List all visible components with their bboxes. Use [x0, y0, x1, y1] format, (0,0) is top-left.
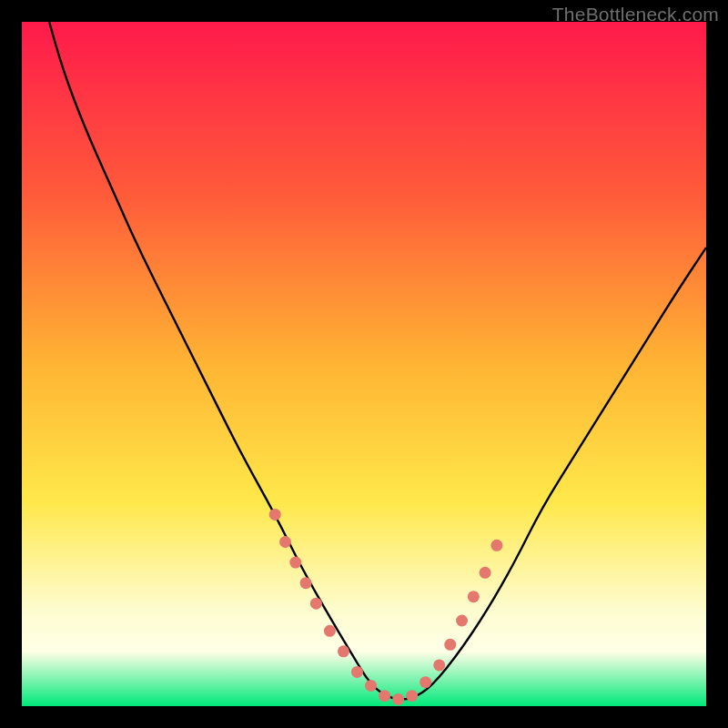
data-marker [365, 680, 377, 692]
data-marker [351, 666, 363, 678]
data-marker [480, 567, 491, 579]
data-marker [269, 509, 281, 521]
plot-area [22, 22, 706, 706]
bottleneck-curve [49, 22, 706, 699]
chart-svg [22, 22, 706, 706]
data-marker [490, 540, 502, 551]
data-marker [456, 615, 468, 627]
data-marker [379, 690, 390, 702]
data-marker [279, 536, 291, 548]
data-marker [289, 557, 301, 569]
data-marker [433, 659, 445, 671]
data-marker [324, 625, 336, 637]
watermark-text: TheBottleneck.com [552, 4, 719, 25]
data-marker [420, 676, 431, 688]
data-marker [444, 639, 456, 651]
data-marker [300, 577, 312, 589]
data-marker [468, 591, 480, 602]
marker-group [269, 509, 503, 705]
data-marker [406, 690, 418, 702]
data-marker [310, 598, 322, 610]
data-marker [338, 645, 349, 657]
data-marker [392, 693, 404, 705]
